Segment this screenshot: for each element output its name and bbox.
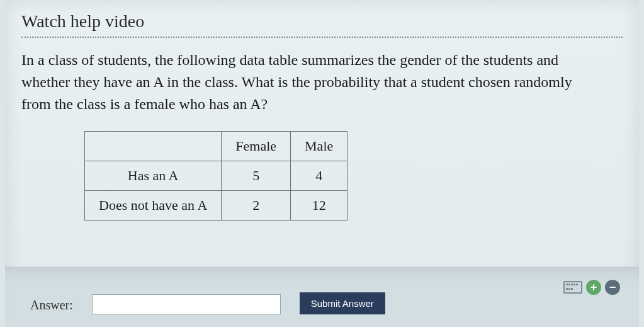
toolbar-icons: + − — [563, 280, 620, 295]
cell-value: 4 — [291, 161, 347, 191]
answer-label: Answer: — [30, 298, 73, 313]
zoom-out-icon[interactable]: − — [605, 280, 620, 295]
cell-value: 2 — [222, 191, 291, 221]
cell-value: 12 — [291, 191, 347, 221]
answer-area: + − Answer: Submit Answer — [5, 267, 639, 327]
question-text: In a class of students, the following da… — [21, 49, 601, 115]
zoom-in-icon[interactable]: + — [586, 280, 601, 295]
table-blank-cell — [85, 132, 222, 161]
col-header-male: Male — [291, 132, 347, 161]
cell-value: 5 — [222, 161, 291, 191]
answer-input[interactable] — [92, 294, 281, 314]
table-row: Does not have an A 2 12 — [85, 191, 347, 221]
divider — [21, 37, 623, 38]
table-header-row: Female Male — [85, 132, 347, 161]
row-label: Does not have an A — [85, 191, 222, 221]
keyboard-icon[interactable] — [563, 281, 582, 294]
watch-help-video-link[interactable]: Watch help video — [21, 11, 623, 32]
col-header-female: Female — [222, 132, 291, 161]
submit-answer-button[interactable]: Submit Answer — [300, 292, 385, 314]
table-row: Has an A 5 4 — [85, 161, 347, 191]
row-label: Has an A — [85, 161, 222, 191]
data-table: Female Male Has an A 5 4 Does not have a… — [84, 131, 347, 221]
